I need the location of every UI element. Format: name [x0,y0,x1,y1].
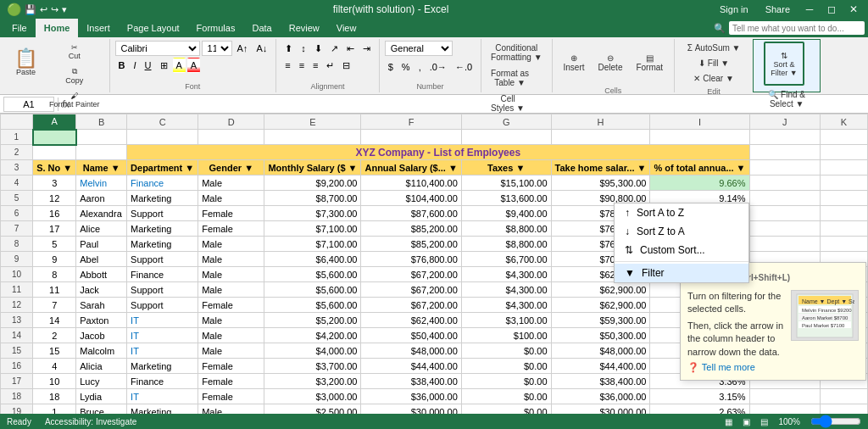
custom-sort[interactable]: ⇅ Custom Sort... [615,241,748,259]
decimal-decrease-btn[interactable]: ←.0 [452,59,476,75]
align-middle-btn[interactable]: ↕ [298,41,309,56]
format-painter-button[interactable]: 🖌 Format Painter [45,89,104,111]
align-right-btn[interactable]: ≡ [309,58,321,73]
percent-btn[interactable]: % [398,59,414,75]
cell-sno-7[interactable]: 17 [33,221,76,237]
fill-btn[interactable]: ⬇ Fill ▼ [680,56,748,70]
cell-sno-14[interactable]: 2 [33,328,76,343]
cell-name-9[interactable]: Abel [76,252,127,267]
cell-f1[interactable] [361,130,461,145]
cell-a1[interactable] [33,130,76,145]
cell-monthly-17[interactable]: $3,200.00 [264,374,361,389]
cell-taxes-8[interactable]: $8,800.00 [461,237,551,252]
cell-monthly-11[interactable]: $5,600.00 [264,282,361,298]
cell-j1[interactable] [749,130,820,145]
cell-sno-4[interactable]: 3 [33,176,76,191]
spreadsheet-title[interactable]: XYZ Company - List of Employees [127,145,749,160]
view-normal[interactable]: ▦ [725,417,732,426]
cell-sno-15[interactable]: 15 [33,343,76,359]
cell-c1[interactable] [127,130,198,145]
cell-dept-14[interactable]: IT [127,328,198,343]
filter-item[interactable]: ▼ Filter [615,264,748,282]
cell-name-11[interactable]: Jack [76,282,127,298]
cell-gender-14[interactable]: Male [198,328,264,343]
cell-gender-4[interactable]: Male [198,176,264,191]
copy-button[interactable]: ⧉ Copy [45,64,104,87]
cell-name-12[interactable]: Sarah [76,298,127,313]
cell-taxes-16[interactable]: $0.00 [461,359,551,374]
delete-btn[interactable]: ⊖ Delete [593,41,629,85]
cell-sno-13[interactable]: 14 [33,313,76,328]
cell-taxes-5[interactable]: $13,600.00 [461,191,551,206]
cell-dept-17[interactable]: Finance [127,374,198,389]
cell-k18[interactable] [820,389,867,404]
cell-dept-19[interactable]: Marketing [127,404,198,415]
cell-takehome-12[interactable]: $62,900.00 [551,298,650,313]
italic-button[interactable]: I [130,58,139,73]
cell-monthly-8[interactable]: $7,100.00 [264,237,361,252]
cell-monthly-14[interactable]: $4,200.00 [264,328,361,343]
cell-monthly-9[interactable]: $6,400.00 [264,252,361,267]
cell-j18[interactable] [749,389,820,404]
cell-percent-19[interactable]: 2.63% [650,404,749,415]
share-btn[interactable]: Share [760,2,795,17]
format-btn[interactable]: ▤ Format [630,41,669,85]
cell-dept-15[interactable]: IT [127,343,198,359]
sort-filter-btn[interactable]: ⇅ Sort &Filter ▼ [764,42,804,86]
merge-center-btn[interactable]: ⊟ [339,58,353,73]
cell-name-4[interactable]: Melvin [76,176,127,191]
cell-takehome-14[interactable]: $50,300.00 [551,328,650,343]
cell-gender-7[interactable]: Female [198,221,264,237]
cell-j19[interactable] [749,404,820,415]
view-layout[interactable]: ▣ [743,417,750,426]
font-size-select[interactable]: 11 [202,41,232,56]
tell-me-more-link[interactable]: ❓ Tell me more [687,362,755,372]
zoom-slider[interactable] [810,417,861,426]
cell-sno-5[interactable]: 12 [33,191,76,206]
cell-annual-17[interactable]: $38,400.00 [361,374,461,389]
cell-annual-6[interactable]: $87,600.00 [361,206,461,221]
cell-monthly-5[interactable]: $8,700.00 [264,191,361,206]
cell-k7[interactable] [820,221,867,237]
cell-name-15[interactable]: Malcolm [76,343,127,359]
decimal-increase-btn[interactable]: .0→ [426,59,450,75]
cell-dept-11[interactable]: Support [127,282,198,298]
fill-color-btn[interactable]: A [173,58,186,73]
cell-monthly-19[interactable]: $2,500.00 [264,404,361,415]
border-button[interactable]: ⊞ [157,58,171,73]
paste-button[interactable]: 📋 Paste [8,41,43,85]
cell-gender-5[interactable]: Male [198,191,264,206]
cell-a2[interactable] [33,145,76,160]
restore-btn[interactable]: ◻ [824,2,839,17]
cell-annual-9[interactable]: $76,800.00 [361,252,461,267]
cell-name-7[interactable]: Alice [76,221,127,237]
cell-gender-6[interactable]: Female [198,206,264,221]
cell-sno-6[interactable]: 16 [33,206,76,221]
cell-annual-14[interactable]: $50,400.00 [361,328,461,343]
cell-name-14[interactable]: Jacob [76,328,127,343]
cell-sno-10[interactable]: 8 [33,267,76,282]
font-color-btn[interactable]: A [187,58,200,73]
minimize-btn[interactable]: ─ [802,2,817,17]
cell-sno-12[interactable]: 7 [33,298,76,313]
col-header-C[interactable]: C [127,114,198,130]
cell-taxes-12[interactable]: $4,300.00 [461,298,551,313]
font-grow-btn[interactable]: A↑ [234,41,252,56]
cell-name-18[interactable]: Lydia [76,389,127,404]
cell-j3[interactable] [749,160,820,176]
cell-gender-13[interactable]: Male [198,313,264,328]
tab-page-layout[interactable]: Page Layout [119,19,188,37]
cell-gender-11[interactable]: Male [198,282,264,298]
cell-d1[interactable] [198,130,264,145]
cell-taxes-18[interactable]: $0.00 [461,389,551,404]
cell-j7[interactable] [749,221,820,237]
cell-takehome-18[interactable]: $36,000.00 [551,389,650,404]
autosum-btn[interactable]: Σ AutoSum ▼ [680,41,748,55]
sign-in-btn[interactable]: Sign in [715,2,754,17]
cell-gender-18[interactable]: Female [198,389,264,404]
cell-sno-17[interactable]: 10 [33,374,76,389]
conditional-formatting-btn[interactable]: ConditionalFormatting ▼ [487,41,546,64]
cell-monthly-15[interactable]: $4,000.00 [264,343,361,359]
cell-name-19[interactable]: Bruce [76,404,127,415]
cell-takehome-15[interactable]: $48,000.00 [551,343,650,359]
